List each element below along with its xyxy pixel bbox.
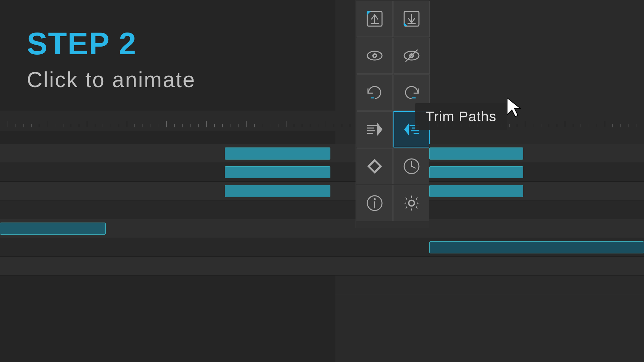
ruler-mark (115, 124, 123, 127)
ruler-mark (298, 124, 306, 127)
ruler-mark (545, 124, 553, 127)
svg-marker-34 (507, 98, 521, 117)
ruler-mark (179, 124, 187, 127)
info-button[interactable] (357, 185, 393, 221)
right-track-row (429, 144, 644, 163)
ruler-mark (243, 121, 251, 127)
ruler-mark (203, 121, 211, 127)
ruler-mark (19, 124, 28, 127)
ruler-mark (139, 124, 147, 127)
ruler-mark (107, 124, 115, 127)
position-button[interactable] (357, 148, 393, 184)
ruler-mark (561, 121, 569, 127)
ruler-mark (577, 124, 585, 127)
right-track-row (429, 238, 644, 257)
ruler-mark (59, 124, 67, 127)
ruler-mark (314, 124, 322, 127)
right-clip-6 (429, 241, 644, 253)
track-clip-2 (225, 166, 330, 178)
right-track-row (429, 257, 644, 276)
ruler-mark (99, 124, 107, 127)
right-track-row (429, 219, 644, 238)
clock-button[interactable] (393, 148, 430, 184)
ruler-mark (35, 124, 43, 127)
ruler-mark (27, 124, 35, 127)
ruler-mark (51, 124, 59, 127)
ruler-mark (186, 124, 195, 127)
right-track-row (429, 276, 644, 294)
mouse-cursor (506, 97, 523, 117)
ruler-mark (3, 121, 11, 127)
ruler-mark (226, 124, 234, 127)
eye-closed-button[interactable] (393, 38, 430, 74)
ruler-mark (553, 124, 561, 127)
ruler-mark (537, 124, 545, 127)
ruler-mark (322, 121, 330, 127)
ruler-mark (617, 124, 625, 127)
right-track-row (429, 163, 644, 182)
svg-line-27 (412, 166, 416, 168)
ruler-mark (43, 121, 51, 127)
ruler-mark (569, 124, 577, 127)
ruler-mark (155, 124, 163, 127)
svg-point-8 (374, 55, 376, 57)
export-down-button[interactable] (393, 1, 430, 37)
ruler-mark (91, 124, 99, 127)
ruler-mark (601, 121, 609, 127)
ruler-mark (593, 124, 601, 127)
ruler-mark (633, 124, 641, 127)
trim-forward-button[interactable] (357, 111, 393, 147)
ruler-mark (250, 124, 258, 127)
ruler-mark (123, 121, 131, 127)
ruler-mark (195, 124, 203, 127)
svg-point-28 (411, 166, 412, 167)
tooltip-text: Trim Paths (426, 109, 496, 124)
ruler-mark (67, 124, 75, 127)
ruler-mark (274, 124, 282, 127)
ruler-mark (258, 124, 266, 127)
ruler-mark (131, 124, 139, 127)
svg-point-31 (374, 198, 376, 200)
right-track-row (429, 200, 644, 219)
timeline-ruler (0, 111, 644, 131)
right-track-row (429, 182, 644, 200)
trim-paths-tooltip: Trim Paths (415, 103, 507, 130)
ruler-mark (625, 124, 633, 127)
ruler-mark (147, 124, 155, 127)
ruler-mark (338, 124, 346, 127)
ruler-mark (521, 121, 529, 127)
settings-button[interactable] (393, 185, 430, 221)
export-up-button[interactable] (357, 1, 393, 37)
redo-button[interactable] (357, 74, 393, 111)
ruler-mark (211, 124, 219, 127)
ruler-mark (513, 124, 521, 127)
ruler-mark (346, 124, 354, 127)
right-clip-1 (429, 147, 523, 160)
step-title: STEP 2 (0, 27, 335, 61)
ruler-mark (11, 124, 19, 127)
svg-point-33 (409, 200, 414, 206)
ruler-mark (75, 124, 83, 127)
ruler-marks (3, 114, 641, 127)
right-clip-3 (429, 185, 523, 197)
ruler-mark (609, 124, 617, 127)
track-clip-1 (225, 147, 330, 160)
ruler-mark (234, 124, 243, 127)
ruler-mark (266, 124, 274, 127)
ruler-mark (83, 121, 91, 127)
ruler-mark (585, 124, 593, 127)
track-clip-5 (0, 223, 106, 235)
right-timeline (429, 144, 644, 362)
ruler-mark (282, 121, 290, 127)
track-clip-3 (225, 185, 330, 197)
right-clip-2 (429, 166, 523, 178)
ruler-mark (306, 124, 314, 127)
ruler-mark (218, 124, 226, 127)
ruler-mark (290, 124, 298, 127)
ruler-mark (330, 124, 338, 127)
ruler-mark (529, 124, 537, 127)
ruler-mark (163, 121, 171, 127)
eye-open-button[interactable] (357, 38, 393, 74)
ruler-mark (171, 124, 179, 127)
step-subtitle: Click to animate (0, 67, 335, 92)
